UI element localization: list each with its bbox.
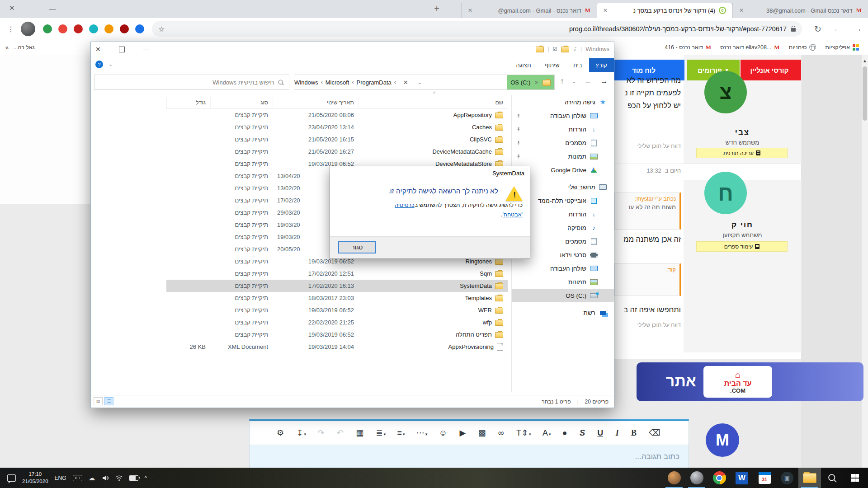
- new-tab-button[interactable]: +: [434, 4, 439, 14]
- tab-close-icon[interactable]: ✕: [739, 7, 744, 14]
- address-stop-icon[interactable]: ✕: [399, 79, 413, 86]
- nav-item[interactable]: שולחן העבודה: [512, 109, 614, 122]
- taskbar-clock[interactable]: 17:10 21/05/2020: [22, 471, 48, 485]
- ribbon-tab[interactable]: שיתוף: [538, 58, 566, 72]
- post1-username[interactable]: צבי: [684, 128, 801, 137]
- file-row[interactable]: AppRepository 21/05/2020 08:06 תיקיית קב…: [166, 109, 508, 121]
- address-bar[interactable]: ☆ prog.co.il/threads/380602/זרקור-של-וינ…: [152, 21, 802, 37]
- nav-item[interactable]: ★ גישה מהירה: [512, 95, 614, 109]
- current-user-avatar[interactable]: M: [706, 423, 739, 457]
- post1-avatar[interactable]: צ: [704, 71, 747, 113]
- bookmarks-overflow-icon[interactable]: «: [5, 44, 9, 51]
- breadcrumb-segment[interactable]: ‹ ProgramData: [356, 79, 398, 86]
- browser-tab[interactable]: ✕ @gmail.com - Gmail - דואר נכנס M: [461, 3, 597, 18]
- bookmark-item[interactable]: סימניות: [784, 42, 821, 52]
- undo-icon[interactable]: ↶: [337, 428, 344, 438]
- image-icon[interactable]: ▩: [478, 428, 487, 438]
- photos-taskbar-icon[interactable]: ▣: [776, 468, 798, 488]
- security-tab-link[interactable]: כרטיסיה: [395, 202, 415, 208]
- action-center-icon[interactable]: [7, 474, 16, 482]
- minimize-icon[interactable]: —: [49, 5, 56, 12]
- save-icon[interactable]: ↧▾: [296, 428, 306, 438]
- video-icon[interactable]: ▶: [459, 428, 467, 438]
- extension-icon[interactable]: [104, 24, 113, 33]
- help-icon[interactable]: ?: [95, 61, 103, 68]
- ribbon-collapse-icon[interactable]: ⌄: [108, 61, 113, 67]
- taskbar-app-1[interactable]: [663, 468, 685, 488]
- browser-tab[interactable]: ✕ 38@gmail.com - Gmail דואר נכנס M: [732, 3, 868, 18]
- bookmark-item[interactable]: אפליקציות: [821, 42, 863, 52]
- chrome-menu-icon[interactable]: ⋮: [7, 25, 14, 33]
- close-icon[interactable]: ✕: [95, 46, 101, 53]
- breadcrumb[interactable]: » OS (C:) ⌄ ✕ ‹ ProgramData ‹ Microsoft …: [294, 75, 555, 90]
- file-explorer-taskbar-icon[interactable]: [798, 468, 821, 488]
- post2-avatar[interactable]: ח: [704, 172, 747, 214]
- table-icon[interactable]: ▦: [356, 428, 364, 438]
- italic-icon[interactable]: I: [616, 428, 620, 438]
- more-icon[interactable]: ⋯▾: [416, 428, 428, 438]
- nav-item[interactable]: שולחן העבודה: [512, 262, 614, 275]
- calendar-taskbar-icon[interactable]: 31: [753, 468, 776, 488]
- explorer-titlebar[interactable]: ✕ — Windows | ⌄̄ ☑ |: [91, 42, 614, 58]
- extension-icon[interactable]: [120, 24, 129, 33]
- folder-icon[interactable]: [561, 47, 569, 52]
- speaker-icon[interactable]: [102, 474, 109, 482]
- profile-avatar[interactable]: [21, 22, 35, 36]
- list-icon[interactable]: ≣▾: [376, 428, 386, 438]
- bookmark-item[interactable]: M דואר נכנס - 416: [660, 42, 716, 53]
- file-row[interactable]: WER 19/03/2019 06:52 תיקיית קבצים: [166, 304, 508, 316]
- page-scrollbar[interactable]: ▲: [862, 55, 868, 468]
- nav-item[interactable]: תמונות: [512, 275, 614, 289]
- file-row[interactable]: SystemData 17/02/2020 16:13 תיקיית קבצים: [166, 280, 508, 292]
- bookmark-item-partial[interactable]: ...גאל כה: [13, 44, 35, 51]
- language-indicator[interactable]: ENG: [55, 475, 66, 481]
- nav-item[interactable]: OS (C:): [512, 289, 614, 302]
- taskbar-app-2[interactable]: [685, 468, 708, 488]
- up-icon[interactable]: ↑: [560, 77, 564, 86]
- new-folder-icon[interactable]: [536, 47, 544, 52]
- forum-nav-button[interactable]: קורסי אונליין: [741, 60, 801, 80]
- properties-icon[interactable]: ☑: [553, 46, 557, 52]
- chrome-taskbar-icon[interactable]: [708, 468, 731, 488]
- breadcrumb-segment[interactable]: ‹ Windows: [294, 79, 326, 86]
- font-color-icon[interactable]: A▾: [542, 428, 551, 438]
- scroll-up-icon[interactable]: ▲: [863, 58, 867, 63]
- url-text[interactable]: prog.co.il/threads/380602/זרקור-של-וינדו…: [165, 25, 791, 33]
- list-view-button[interactable]: ▤: [94, 397, 103, 405]
- column-header-date[interactable]: תאריך שינוי: [273, 97, 359, 108]
- details-view-button[interactable]: ☷: [104, 397, 113, 405]
- strikethrough-icon[interactable]: S: [580, 428, 586, 438]
- bold-icon[interactable]: B: [631, 428, 637, 438]
- windows-start-icon[interactable]: [844, 468, 866, 488]
- search-icon[interactable]: [821, 468, 844, 488]
- file-row[interactable]: ClipSVC 21/05/2020 16:15 תיקיית קבצים: [166, 133, 508, 145]
- bookmark-star-icon[interactable]: ☆: [158, 25, 165, 33]
- post2-username[interactable]: חוי ק: [684, 221, 801, 230]
- nav-item[interactable]: תמונות: [512, 150, 614, 163]
- breadcrumb-current[interactable]: » OS (C:): [507, 75, 554, 89]
- close-button[interactable]: סגור: [338, 241, 376, 253]
- extension-icon[interactable]: [43, 24, 52, 33]
- bookmark-item[interactable]: M דואר נכנס eliav208...: [716, 42, 784, 53]
- close-icon[interactable]: ✕: [9, 4, 15, 12]
- settings-icon[interactable]: ⚙: [277, 428, 285, 438]
- column-header-name[interactable]: שם: [359, 97, 508, 108]
- redo-icon[interactable]: ↷: [317, 428, 325, 438]
- underline-icon[interactable]: U: [597, 428, 604, 438]
- file-row[interactable]: Templates 18/03/2017 23:03 תיקיית קבצים: [166, 292, 508, 304]
- onedrive-icon[interactable]: ☁: [89, 474, 95, 482]
- address-dropdown-icon[interactable]: ⌄: [413, 80, 426, 85]
- reload-icon[interactable]: ↻: [814, 24, 821, 34]
- touch-keyboard-icon[interactable]: [73, 475, 82, 481]
- file-row[interactable]: Caches 23/04/2020 13:14 תיקיית קבצים: [166, 121, 508, 133]
- forward-icon[interactable]: ←: [833, 24, 842, 34]
- ribbon-tab[interactable]: תצוגה: [509, 58, 538, 72]
- column-header-type[interactable]: סוג: [210, 97, 273, 108]
- extension-icon[interactable]: [58, 24, 67, 33]
- breadcrumb-segment[interactable]: ‹ Microsoft: [326, 79, 357, 86]
- lock-icon[interactable]: [791, 28, 796, 32]
- extension-icon[interactable]: [74, 24, 83, 33]
- nav-item[interactable]: רשת: [512, 306, 614, 319]
- explorer-search-box[interactable]: חיפוש בתיקיית Windows: [94, 75, 289, 90]
- remove-format-icon[interactable]: ⌫: [649, 428, 661, 438]
